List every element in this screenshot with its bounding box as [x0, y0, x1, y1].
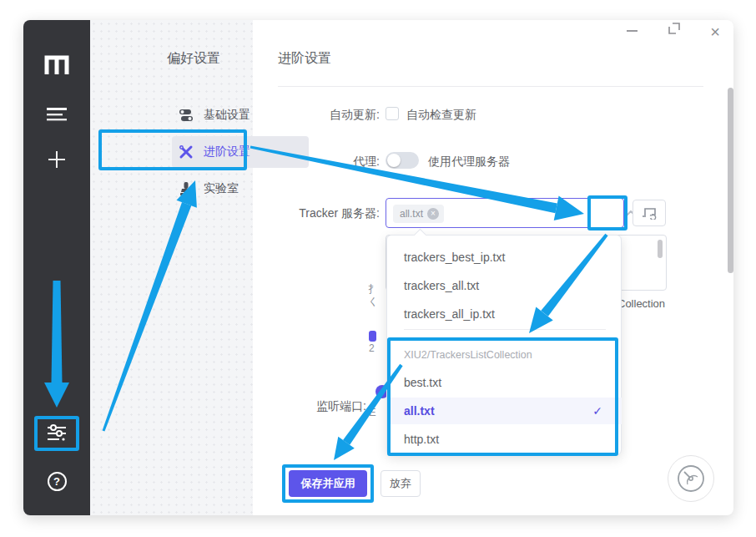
screenshot-stage: ? 偏好设置 基础设置: [0, 0, 756, 537]
dropdown-item[interactable]: best.txt: [388, 369, 622, 396]
sidebar-item-label: 实验室: [204, 181, 239, 196]
maximize-icon: [668, 23, 680, 34]
dropdown-item[interactable]: trackers_all_ip.txt: [388, 301, 622, 327]
toggle-knob: [387, 154, 401, 167]
window-scrollbar[interactable]: [728, 88, 733, 273]
dropdown-group-header: XIU2/TrackersListCollection: [404, 347, 532, 362]
app-window: ? 偏好设置 基础设置: [23, 20, 733, 515]
task-list-icon[interactable]: [23, 107, 90, 122]
sync-tracker-button[interactable]: [633, 200, 666, 226]
speedometer-icon: [677, 464, 705, 493]
occluded-fragment: く: [368, 296, 378, 307]
basic-settings-icon: [179, 108, 194, 123]
dropdown-item-selected[interactable]: all.txt: [388, 398, 622, 424]
occluded-fragment: E: [369, 407, 376, 418]
proxy-toggle-label: 使用代理服务器: [428, 153, 510, 170]
speed-indicator-button[interactable]: [668, 455, 714, 502]
dropdown-caret: [414, 229, 427, 242]
sidebar-item-label: 基础设置: [204, 108, 250, 123]
preferences-title: 偏好设置: [167, 50, 220, 68]
discard-button[interactable]: 放弃: [381, 470, 421, 497]
selected-tag[interactable]: all.txt ×: [393, 205, 444, 223]
auto-update-checkbox[interactable]: [386, 107, 399, 120]
dropdown-item[interactable]: http.txt: [388, 426, 622, 453]
motrix-logo: [23, 52, 90, 77]
sidebar-item-lab[interactable]: 实验室: [172, 173, 309, 205]
textarea-scrollbar[interactable]: [658, 240, 663, 258]
preferences-icon[interactable]: [23, 424, 90, 443]
dropdown-item[interactable]: trackers_all.txt: [388, 272, 622, 299]
app-sidebar: ?: [23, 20, 90, 515]
discard-button-label: 放弃: [390, 476, 411, 491]
dropdown-item[interactable]: trackers_best_ip.txt: [388, 244, 622, 271]
close-icon: ×: [710, 23, 720, 42]
auto-update-checkbox-label: 自动检查更新: [406, 106, 476, 123]
maximize-button[interactable]: [668, 22, 681, 35]
minimize-button[interactable]: [623, 25, 640, 37]
tag-label: all.txt: [400, 208, 423, 220]
auto-update-label: 自动更新:: [274, 106, 380, 123]
advanced-settings-icon: [179, 144, 194, 160]
close-button[interactable]: ×: [707, 23, 723, 40]
occluded-fragment: 2: [369, 342, 375, 354]
title-divider: [278, 86, 703, 87]
occluded-fragment: 扌: [368, 283, 378, 295]
tracker-server-label: Tracker 服务器:: [274, 205, 380, 221]
question-mark: ?: [48, 472, 67, 491]
tag-close-icon[interactable]: ×: [427, 208, 439, 220]
save-apply-button[interactable]: 保存并应用: [289, 470, 367, 497]
page-title: 进阶设置: [278, 50, 331, 68]
listen-port-label: 监听端口:: [316, 398, 366, 414]
tracker-select[interactable]: all.txt ×: [386, 198, 624, 228]
help-icon[interactable]: ?: [23, 471, 90, 491]
check-icon: ✓: [589, 398, 606, 424]
lab-icon: [179, 181, 194, 196]
preferences-panel: 偏好设置 基础设置: [90, 20, 253, 515]
occluded-purple-fragment: [369, 331, 376, 342]
save-button-label: 保存并应用: [301, 476, 355, 491]
proxy-toggle[interactable]: [386, 152, 419, 169]
tracker-dropdown: trackers_best_ip.txt trackers_all.txt tr…: [386, 235, 622, 455]
sync-icon: [642, 207, 657, 220]
dropdown-divider: [404, 329, 606, 330]
minimize-icon: [627, 30, 638, 32]
proxy-label: 代理:: [274, 153, 380, 170]
sidebar-item-label: 进阶设置: [204, 144, 250, 160]
collection-link-tail[interactable]: Collection: [617, 296, 665, 312]
add-task-icon[interactable]: [23, 149, 90, 170]
